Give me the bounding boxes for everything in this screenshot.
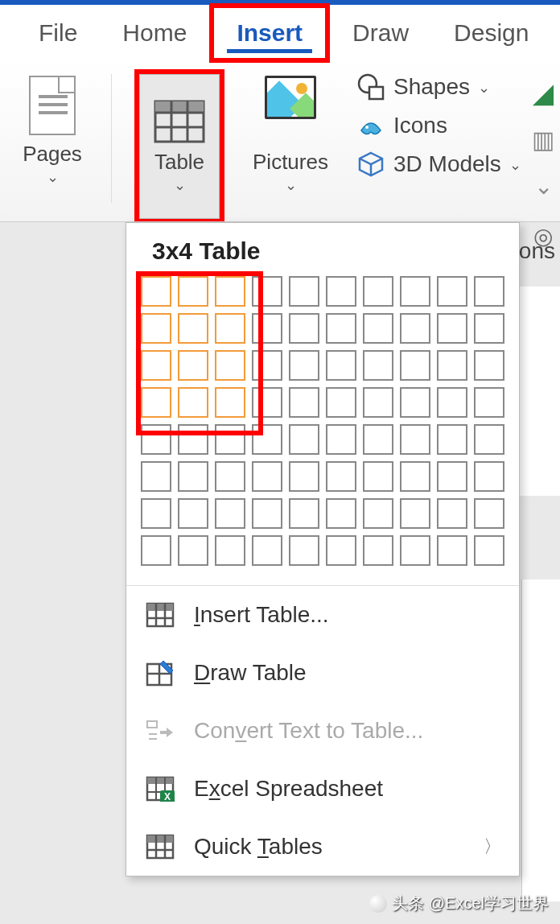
grid-cell[interactable] xyxy=(474,535,504,566)
grid-cell[interactable] xyxy=(474,350,504,381)
grid-cell[interactable] xyxy=(400,350,430,381)
grid-cell[interactable] xyxy=(363,350,393,381)
grid-cell[interactable] xyxy=(437,276,467,307)
grid-cell[interactable] xyxy=(363,276,393,307)
grid-cell[interactable] xyxy=(141,498,171,529)
grid-cell[interactable] xyxy=(326,498,356,529)
grid-cell[interactable] xyxy=(252,276,282,307)
icons-button[interactable]: Icons xyxy=(356,111,521,140)
grid-cell[interactable] xyxy=(252,535,282,566)
grid-cell[interactable] xyxy=(437,461,467,492)
grid-cell[interactable] xyxy=(215,313,245,344)
grid-cell[interactable] xyxy=(326,276,356,307)
grid-cell[interactable] xyxy=(252,313,282,344)
grid-cell[interactable] xyxy=(215,498,245,529)
grid-cell[interactable] xyxy=(252,350,282,381)
grid-cell[interactable] xyxy=(400,535,430,566)
grid-cell[interactable] xyxy=(474,424,504,455)
grid-cell[interactable] xyxy=(289,276,319,307)
tab-file[interactable]: File xyxy=(16,8,100,58)
cube-icon xyxy=(356,150,385,179)
grid-cell[interactable] xyxy=(400,276,430,307)
grid-cell[interactable] xyxy=(289,461,319,492)
grid-cell[interactable] xyxy=(326,350,356,381)
grid-cell[interactable] xyxy=(215,350,245,381)
grid-cell[interactable] xyxy=(141,350,171,381)
excel-spreadsheet-menu-item[interactable]: X Excel Spreadsheet xyxy=(126,760,519,818)
grid-cell[interactable] xyxy=(178,535,208,566)
grid-cell[interactable] xyxy=(363,535,393,566)
grid-cell[interactable] xyxy=(326,387,356,418)
quick-tables-menu-item[interactable]: Quick Tables 〉 xyxy=(126,818,519,876)
tab-design[interactable]: Design xyxy=(431,8,551,58)
grid-cell[interactable] xyxy=(363,313,393,344)
grid-cell[interactable] xyxy=(252,498,282,529)
grid-cell[interactable] xyxy=(289,424,319,455)
grid-cell[interactable] xyxy=(400,498,430,529)
grid-cell[interactable] xyxy=(215,461,245,492)
grid-cell[interactable] xyxy=(141,461,171,492)
grid-cell[interactable] xyxy=(326,461,356,492)
grid-cell[interactable] xyxy=(474,461,504,492)
grid-cell[interactable] xyxy=(178,424,208,455)
insert-table-menu-item[interactable]: Insert Table... xyxy=(126,586,519,644)
grid-cell[interactable] xyxy=(178,276,208,307)
grid-cell[interactable] xyxy=(178,387,208,418)
shapes-button[interactable]: Shapes ⌄ xyxy=(356,72,521,101)
grid-cell[interactable] xyxy=(215,535,245,566)
grid-cell[interactable] xyxy=(474,313,504,344)
grid-cell[interactable] xyxy=(289,350,319,381)
grid-cell[interactable] xyxy=(474,387,504,418)
grid-cell[interactable] xyxy=(437,313,467,344)
grid-cell[interactable] xyxy=(178,313,208,344)
grid-cell[interactable] xyxy=(474,498,504,529)
ribbon-tabs: File Home Insert Draw Design xyxy=(0,5,560,61)
cutoff-ribbon-icons: ◢ ▥ ⌄ ◎ xyxy=(531,69,555,259)
grid-cell[interactable] xyxy=(289,498,319,529)
grid-cell[interactable] xyxy=(363,387,393,418)
grid-cell[interactable] xyxy=(215,387,245,418)
grid-cell[interactable] xyxy=(141,424,171,455)
grid-cell[interactable] xyxy=(141,387,171,418)
tab-insert[interactable]: Insert xyxy=(214,8,325,58)
table-button[interactable]: Table ⌄ xyxy=(139,74,220,219)
grid-cell[interactable] xyxy=(141,276,171,307)
grid-cell[interactable] xyxy=(400,461,430,492)
grid-cell[interactable] xyxy=(289,387,319,418)
grid-cell[interactable] xyxy=(363,424,393,455)
tab-draw[interactable]: Draw xyxy=(330,8,431,58)
grid-cell[interactable] xyxy=(141,313,171,344)
grid-cell[interactable] xyxy=(141,535,171,566)
grid-cell[interactable] xyxy=(363,498,393,529)
grid-cell[interactable] xyxy=(215,276,245,307)
grid-cell[interactable] xyxy=(326,313,356,344)
grid-cell[interactable] xyxy=(437,387,467,418)
pictures-group[interactable]: Pictures ⌄ xyxy=(247,69,334,221)
grid-cell[interactable] xyxy=(215,424,245,455)
grid-cell[interactable] xyxy=(400,313,430,344)
grid-cell[interactable] xyxy=(474,276,504,307)
grid-cell[interactable] xyxy=(289,313,319,344)
grid-cell[interactable] xyxy=(178,350,208,381)
grid-cell[interactable] xyxy=(400,387,430,418)
grid-cell[interactable] xyxy=(178,461,208,492)
draw-table-menu-item[interactable]: Draw Table xyxy=(126,644,519,702)
grid-cell[interactable] xyxy=(326,535,356,566)
icons-icon xyxy=(356,111,385,140)
grid-cell[interactable] xyxy=(363,461,393,492)
grid-cell[interactable] xyxy=(437,535,467,566)
table-size-grid[interactable] xyxy=(141,276,504,566)
3d-models-button[interactable]: 3D Models ⌄ xyxy=(356,150,521,179)
grid-cell[interactable] xyxy=(437,424,467,455)
grid-cell[interactable] xyxy=(437,498,467,529)
grid-cell[interactable] xyxy=(252,387,282,418)
grid-cell[interactable] xyxy=(289,535,319,566)
grid-cell[interactable] xyxy=(252,424,282,455)
tab-home[interactable]: Home xyxy=(100,8,209,58)
grid-cell[interactable] xyxy=(252,461,282,492)
grid-cell[interactable] xyxy=(178,498,208,529)
grid-cell[interactable] xyxy=(437,350,467,381)
grid-cell[interactable] xyxy=(400,424,430,455)
grid-cell[interactable] xyxy=(326,424,356,455)
pages-group[interactable]: Pages ⌄ xyxy=(16,69,89,221)
